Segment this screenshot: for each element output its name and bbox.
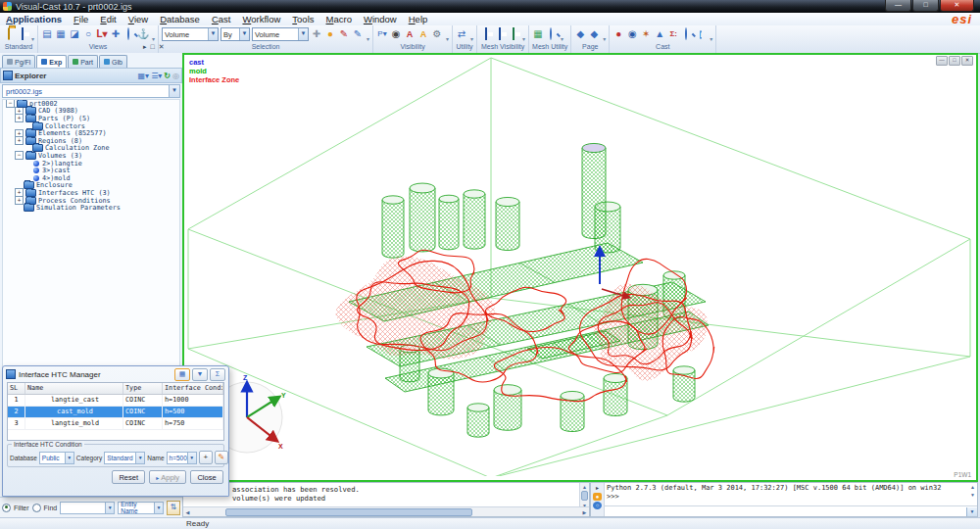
message-hscrollbar[interactable]: ◀▶ <box>183 506 589 516</box>
cast-info-icon[interactable]: i <box>695 28 707 40</box>
python-input[interactable]: ▼ <box>605 505 977 516</box>
cast-tri-icon[interactable]: ▲ <box>654 28 665 40</box>
menu-cast[interactable]: Cast <box>206 14 237 24</box>
select-pen-blue-icon[interactable]: ✎ <box>352 28 364 40</box>
entity-type-combo[interactable]: Entity Name▼ <box>118 502 164 514</box>
message-vscrollbar[interactable]: ▲▼ <box>579 483 589 507</box>
expand-icon[interactable]: + <box>15 114 24 122</box>
close-dialog-button[interactable]: Close <box>190 470 223 484</box>
filter-input-combo[interactable]: ▼ <box>60 502 115 514</box>
menu-file[interactable]: File <box>68 14 94 24</box>
open-icon[interactable] <box>3 28 15 40</box>
view-wireframe-icon[interactable]: ▤ <box>41 28 53 40</box>
menu-window[interactable]: Window <box>358 14 403 24</box>
htc-row-cast-mold[interactable]: 2cast_moldCOINCh=500 <box>8 407 223 418</box>
database-combo[interactable]: Public▼ <box>39 452 74 464</box>
mdi-restore-icon[interactable]: □ <box>949 56 960 66</box>
expand-icon[interactable]: + <box>15 196 24 205</box>
menu-tools[interactable]: Tools <box>286 14 319 24</box>
menu-help[interactable]: Help <box>403 14 434 24</box>
view-mode-icon[interactable]: ▦▾ <box>138 72 150 80</box>
select-sphere-icon[interactable]: ● <box>324 28 336 40</box>
zoom-icon[interactable] <box>123 28 135 40</box>
selection-mode-combo[interactable]: Volume▼ <box>252 27 309 41</box>
selection-by-combo[interactable]: By▼ <box>220 27 250 41</box>
mesh-save-icon[interactable] <box>480 28 492 40</box>
select-cross-icon[interactable]: ✚ <box>311 28 322 40</box>
collapse-all-icon[interactable]: ◎ <box>172 72 179 80</box>
collapse-icon[interactable]: − <box>15 151 24 160</box>
close-button[interactable]: ✕ <box>940 0 974 12</box>
save-icon[interactable] <box>17 28 28 40</box>
dialog-filter-icon[interactable]: ▼ <box>192 368 208 381</box>
tree-item-3-cast[interactable]: 3>)cast <box>3 167 179 174</box>
col-type[interactable]: Type <box>123 383 163 394</box>
pin-icon[interactable]: ▸ <box>143 43 147 51</box>
page-prev-icon[interactable]: ◆ <box>574 28 586 40</box>
group-expand-icon[interactable]: ▾ <box>152 35 155 42</box>
tree-item-simulation-parameters[interactable]: Simulation Parameters <box>3 204 179 212</box>
filter-radio[interactable] <box>2 504 11 512</box>
globe-icon[interactable]: ○ <box>593 502 602 509</box>
htc-row-langtie-mold[interactable]: 3langtie_moldCOINCh=750 <box>8 418 223 430</box>
col-name[interactable]: Name <box>25 383 123 394</box>
axis-icon[interactable]: L▾ <box>96 28 108 40</box>
menu-view[interactable]: View <box>122 14 154 24</box>
parts-visibility-icon[interactable]: P▾ <box>376 28 388 40</box>
select-pen-red-icon[interactable]: ✎ <box>338 28 350 40</box>
dialog-sum-icon[interactable]: Σ <box>210 368 225 381</box>
collapse-icon[interactable]: − <box>6 99 15 108</box>
panel-close-icon[interactable]: ✕ <box>159 43 165 51</box>
float-icon[interactable]: □ <box>151 43 155 51</box>
eye-icon[interactable]: ◉ <box>390 28 402 40</box>
menu-edit[interactable]: Edit <box>94 14 122 24</box>
restore-button[interactable]: □ <box>912 0 939 12</box>
mesh-check-icon[interactable] <box>546 28 558 40</box>
group-expand-icon[interactable]: ▾ <box>710 35 712 42</box>
group-expand-icon[interactable]: ▾ <box>522 35 525 42</box>
measure-icon[interactable]: ⇄ <box>456 28 467 40</box>
add-condition-button[interactable]: + <box>199 451 213 464</box>
menu-macro[interactable]: Macro <box>320 14 358 24</box>
refresh-icon[interactable]: ↻ <box>164 72 171 80</box>
group-expand-icon[interactable]: ▾ <box>446 35 449 42</box>
col-interface-condition[interactable]: Interface Condi... <box>163 383 223 394</box>
name-combo[interactable]: h=500▼ <box>167 452 197 464</box>
edit-condition-button[interactable]: ✎ <box>215 451 228 464</box>
tab-pg-fl[interactable]: Pg/Fl <box>2 55 35 68</box>
mesh-save3-icon[interactable] <box>508 28 519 40</box>
group-expand-icon[interactable]: ▾ <box>603 35 606 42</box>
pan-icon[interactable]: ✚ <box>110 28 122 40</box>
find-radio[interactable] <box>32 504 41 512</box>
htc-row-langtie-cast[interactable]: 1langtie_castCOINCh=1000 <box>8 395 223 407</box>
menu-database[interactable]: Database <box>154 14 206 24</box>
menu-applications[interactable]: Applications <box>0 14 68 24</box>
page-next-icon[interactable]: ◆ <box>588 28 600 40</box>
cast-sum-icon[interactable]: Σ: <box>667 28 679 40</box>
label-orange-icon[interactable]: A <box>417 28 429 40</box>
run-icon[interactable]: ▸ <box>593 484 602 492</box>
tree-item-parts-p-5[interactable]: +Parts (P) (5) <box>3 115 179 122</box>
chat-icon[interactable]: ● <box>593 493 602 501</box>
view-ellipse-icon[interactable]: ○ <box>82 28 94 40</box>
cast-check-icon[interactable] <box>681 28 693 40</box>
label-red-icon[interactable]: A <box>404 28 416 40</box>
expand-icon[interactable]: + <box>15 136 24 145</box>
minimize-button[interactable]: — <box>885 0 911 12</box>
mesh-save2-icon[interactable] <box>494 28 506 40</box>
category-combo[interactable]: Standard▼ <box>104 452 145 464</box>
mesh-box-icon[interactable]: ▦ <box>532 28 544 40</box>
apply-filter-icon[interactable]: ⇅ <box>167 501 180 515</box>
tree-item-2-langtie[interactable]: 2>)langtie <box>3 160 179 168</box>
group-expand-icon[interactable]: ▾ <box>31 35 34 42</box>
selection-target-combo[interactable]: Volume▼ <box>162 27 219 41</box>
viewport-3d[interactable]: castmoldInterface Zone — □ ✕ P1W1 <box>182 53 978 482</box>
mesh-canvas[interactable]: Z Y X <box>184 55 972 476</box>
group-expand-icon[interactable]: ▾ <box>367 35 369 42</box>
mdi-close-icon[interactable]: ✕ <box>961 56 973 66</box>
mdi-minimize-icon[interactable]: — <box>936 56 948 66</box>
sort-icon[interactable]: ☰▾ <box>151 72 162 80</box>
model-file-combo[interactable]: prt0002.igs▼ <box>2 84 180 98</box>
console-vscrollbar[interactable]: ▲▼ <box>968 483 977 499</box>
apply-button[interactable]: ▸Apply <box>149 470 186 484</box>
